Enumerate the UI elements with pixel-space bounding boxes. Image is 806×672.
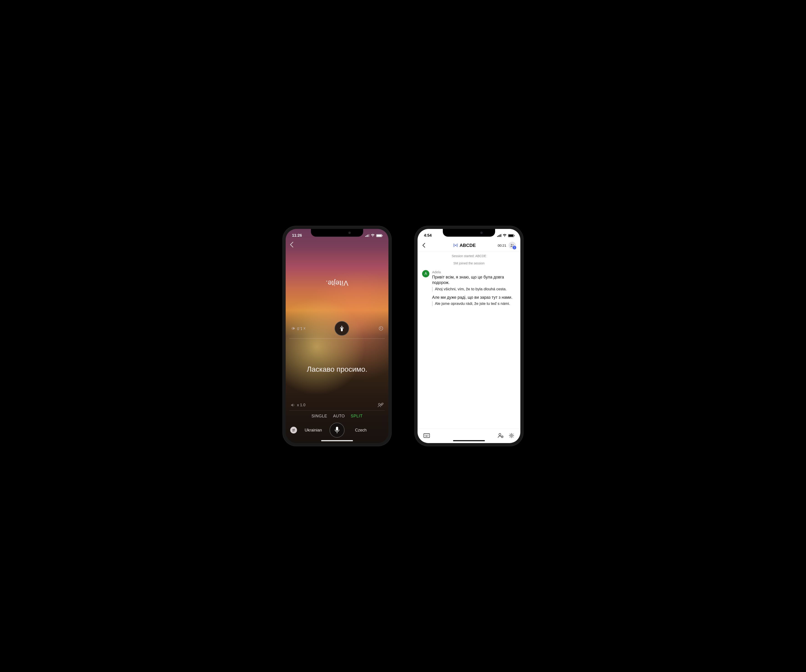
replay-icon[interactable]: [378, 326, 383, 331]
group-icon[interactable]: [378, 403, 383, 408]
bottom-translation-text: Ласкаво просимо.: [307, 365, 367, 374]
svg-point-14: [427, 435, 427, 435]
status-time: 11:26: [292, 233, 302, 238]
phone-frame-right: 4:54 ABCDE 00:21: [415, 226, 524, 446]
app-header: [286, 240, 388, 247]
session-chat-screen: 4:54 ABCDE 00:21: [418, 229, 520, 443]
svg-rect-18: [426, 436, 428, 436]
cellular-icon: [497, 234, 501, 237]
svg-rect-6: [336, 427, 338, 431]
session-timer: 00:21: [498, 244, 506, 247]
message-original: Але ми дуже раді, що ви зараз тут з нами…: [432, 295, 516, 300]
session-header: ABCDE 00:21 2: [418, 240, 520, 252]
svg-point-4: [381, 404, 382, 405]
translation-app-screen: 11:26: [286, 229, 388, 443]
svg-point-13: [426, 435, 426, 435]
status-time: 4:54: [424, 233, 432, 238]
top-language-panel: x 1.0 Vítejte.: [286, 247, 388, 339]
wifi-icon: [503, 234, 507, 237]
top-translation-text: Vítejte.: [326, 279, 348, 287]
mic-button-top[interactable]: [335, 321, 349, 336]
participant-count: 2: [513, 246, 516, 249]
session-started-label: Session started: ABCDE: [418, 252, 520, 259]
back-button[interactable]: [422, 243, 431, 248]
svg-point-15: [428, 435, 428, 435]
svg-point-23: [511, 435, 512, 436]
session-title: ABCDE: [453, 243, 476, 248]
speaker-icon: [291, 326, 295, 331]
message-list[interactable]: A Adela Привіт всім, я знаю, що це була …: [418, 266, 520, 429]
mode-tabs: SINGLE AUTO SPLIT: [289, 410, 385, 421]
message-block: A Adela Привіт всім, я знаю, що це була …: [422, 270, 516, 309]
language-row: Ukrainian Czech: [286, 421, 388, 443]
settings-button[interactable]: [509, 433, 514, 438]
speed-value: x 1.0: [297, 326, 306, 331]
phone-frame-left: 11:26: [282, 226, 391, 446]
svg-point-16: [424, 436, 425, 436]
svg-point-19: [499, 433, 501, 436]
svg-point-8: [455, 245, 456, 246]
home-indicator[interactable]: [453, 440, 485, 441]
back-button[interactable]: [290, 242, 384, 247]
wifi-icon: [371, 234, 375, 237]
participants-button[interactable]: 2: [509, 242, 516, 249]
session-joined-label: SM joined the session: [418, 259, 520, 266]
language-1[interactable]: Ukrainian: [297, 428, 330, 433]
device-notch: [443, 229, 495, 237]
home-indicator[interactable]: [321, 440, 353, 441]
keyboard-button[interactable]: [423, 433, 430, 438]
broadcast-icon: [453, 243, 458, 247]
playback-speed-top[interactable]: x 1.0: [291, 326, 306, 331]
svg-point-9: [511, 244, 512, 245]
message-translation: Ale jsme opravdu rádi, že jste tu teď s …: [432, 301, 516, 306]
svg-point-12: [424, 435, 425, 435]
battery-icon: [508, 234, 514, 237]
bottom-language-panel: Ласкаво просимо. x 1.0 SINGLE AUTO SPLIT: [286, 339, 388, 443]
svg-rect-11: [424, 433, 429, 438]
cellular-icon: [365, 234, 369, 237]
speaker-icon: [291, 403, 295, 407]
speed-value: x 1.0: [297, 403, 306, 407]
language-2[interactable]: Czech: [345, 428, 377, 433]
playback-speed-bottom[interactable]: x 1.0: [291, 403, 306, 407]
svg-point-17: [428, 436, 428, 436]
add-person-button[interactable]: [498, 433, 504, 438]
battery-icon: [376, 234, 382, 237]
message-translation: Ahoj všichni, vím, že to byla dlouhá ces…: [432, 287, 516, 292]
svg-rect-1: [341, 328, 343, 331]
mode-split[interactable]: SPLIT: [351, 414, 363, 418]
main-mic-button[interactable]: [330, 423, 345, 438]
status-icons: [365, 234, 382, 237]
swap-languages-button[interactable]: [290, 427, 297, 433]
status-icons: [497, 234, 514, 237]
session-id: ABCDE: [460, 243, 476, 248]
device-notch: [311, 229, 363, 237]
svg-point-10: [513, 244, 514, 245]
mode-auto[interactable]: AUTO: [333, 414, 345, 418]
svg-point-3: [378, 403, 380, 405]
svg-rect-5: [382, 403, 383, 404]
sender-name: Adela: [432, 270, 516, 274]
mode-single[interactable]: SINGLE: [311, 414, 327, 418]
avatar: A: [422, 270, 429, 277]
message-original: Привіт всім, я знаю, що це була довга по…: [432, 274, 516, 285]
